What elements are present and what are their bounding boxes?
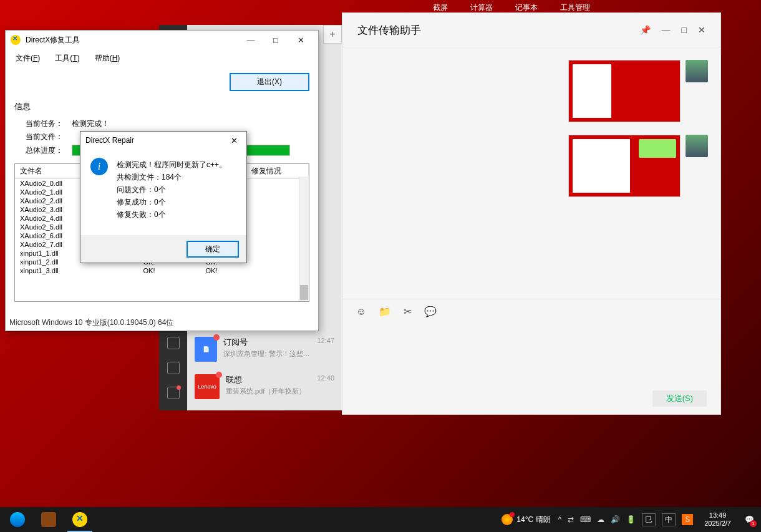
avatar[interactable] [686, 60, 708, 82]
task-label: 当前任务： [26, 118, 63, 129]
maximize-button[interactable]: □ [682, 25, 687, 35]
sidebar-phone-icon[interactable] [167, 362, 180, 374]
system-tray: ^ ⇄ ⌨ ☁ 🔊 🔋 㔾 中 S [558, 513, 694, 526]
chat-preview: 深圳应急管理: 警示！这些事... [223, 349, 311, 359]
message-row [568, 60, 708, 122]
exit-button[interactable]: 退出(X) [230, 73, 309, 91]
avatar[interactable] [686, 135, 708, 157]
dialog-text: 检测完成！程序同时更新了c++。 共检测文件：184个 问题文件：0个 修复成功… [117, 158, 226, 221]
tray-battery-icon[interactable]: 🔋 [626, 515, 636, 524]
ok-button[interactable]: 确定 [187, 241, 239, 258]
minimize-button[interactable]: — [238, 31, 263, 49]
ime-indicator-2[interactable]: 中 [662, 513, 676, 526]
chat-time: 12:47 [317, 337, 334, 362]
emoji-icon[interactable]: ☺ [356, 306, 366, 317]
menubar: 文件(F) 工具(T) 帮助(H) [6, 49, 318, 67]
scrollbar[interactable] [299, 177, 309, 301]
tray-cloud-icon[interactable]: ☁ [597, 515, 604, 524]
scrollbar-thumb[interactable] [300, 285, 308, 300]
tray-sync-icon[interactable]: ⇄ [568, 515, 574, 524]
chat-icon[interactable]: 💬 [424, 306, 437, 317]
scissors-icon[interactable]: ✂ [404, 306, 412, 317]
menu-tool[interactable]: 工具(T) [55, 53, 79, 64]
chat-name: 订阅号 [223, 337, 311, 348]
minimize-button[interactable]: — [662, 25, 671, 35]
message-image[interactable] [568, 60, 681, 122]
message-image[interactable] [568, 135, 681, 197]
message-input[interactable] [342, 324, 720, 383]
send-button[interactable]: 发送(S) [652, 390, 707, 407]
avatar-lenovo: Lenovo [195, 374, 220, 399]
table-row[interactable]: xinput1_3.dllOK!OK! [15, 266, 309, 275]
wechat-add-button[interactable]: + [323, 25, 342, 44]
folder-icon[interactable]: 📁 [379, 306, 391, 317]
pin-icon[interactable]: 📌 [640, 25, 651, 35]
wechat-chat-panel: 文件传输助手 📌 — □ ✕ ☺ 📁 ✂ 💬 发送(S) [342, 12, 721, 415]
ime-sogou-icon[interactable]: S [682, 514, 693, 525]
menu-help[interactable]: 帮助(H) [95, 53, 120, 64]
sun-icon [502, 514, 513, 525]
window-title: DirectX修复工具 [26, 35, 233, 46]
app-icon [11, 35, 21, 45]
file-label: 当前文件： [26, 132, 63, 142]
tray-volume-icon[interactable]: 🔊 [611, 515, 620, 524]
dialog-close-button[interactable]: ✕ [227, 136, 241, 145]
taskbar-app-directx[interactable]: ✕ [65, 507, 95, 532]
weather-widget[interactable]: 14°C 晴朗 [502, 514, 550, 525]
input-toolbar: ☺ 📁 ✂ 💬 [342, 299, 720, 324]
close-button[interactable]: ✕ [288, 31, 313, 49]
titlebar[interactable]: DirectX修复工具 — □ ✕ [6, 31, 318, 49]
chat-item-subscription[interactable]: 📄 订阅号 深圳应急管理: 警示！这些事... 12:47 [187, 331, 342, 368]
message-area[interactable] [342, 47, 720, 299]
clock-date: 2025/2/7 [704, 520, 731, 528]
weather-text: 14°C 晴朗 [516, 515, 550, 525]
chat-name: 联想 [226, 374, 311, 385]
tray-chevron-icon[interactable]: ^ [558, 515, 562, 524]
close-button[interactable]: ✕ [698, 25, 705, 35]
chat-item-lenovo[interactable]: Lenovo 联想 重装系统.pdf（开年换新） 12:40 [187, 368, 342, 405]
info-label: 信息 [14, 101, 309, 112]
notification-icon[interactable]: 💬 [742, 513, 756, 526]
task-value: 检测完成！ [72, 118, 109, 129]
ime-indicator-1[interactable]: 㔾 [642, 513, 656, 526]
info-icon: i [90, 158, 108, 175]
status-bar: Microsoft Windows 10 专业版(10.0.19045.0) 6… [9, 317, 173, 328]
taskbar-app-2[interactable] [34, 507, 64, 532]
sidebar-music-icon[interactable] [167, 337, 180, 349]
chat-preview: 重装系统.pdf（开年换新） [226, 387, 311, 396]
taskbar: ✕ 14°C 晴朗 ^ ⇄ ⌨ ☁ 🔊 🔋 㔾 中 S 13:49 2025/2… [0, 507, 761, 532]
repair-dialog: DirectX Repair ✕ i 检测完成！程序同时更新了c++。 共检测文… [80, 131, 247, 263]
chat-time: 12:40 [317, 374, 334, 399]
menu-file[interactable]: 文件(F) [16, 53, 40, 64]
avatar-subscription: 📄 [195, 337, 217, 362]
chat-title: 文件传输助手 [357, 23, 421, 37]
message-row [568, 135, 708, 197]
tray-keyboard-icon[interactable]: ⌨ [580, 515, 591, 524]
maximize-button[interactable]: □ [263, 31, 288, 49]
clock[interactable]: 13:49 2025/2/7 [700, 511, 735, 528]
taskbar-app-1[interactable] [2, 507, 32, 532]
progress-label: 总体进度： [26, 145, 63, 156]
dialog-title: DirectX Repair [85, 136, 134, 145]
sidebar-menu-icon[interactable] [167, 387, 180, 399]
clock-time: 13:49 [704, 511, 731, 520]
